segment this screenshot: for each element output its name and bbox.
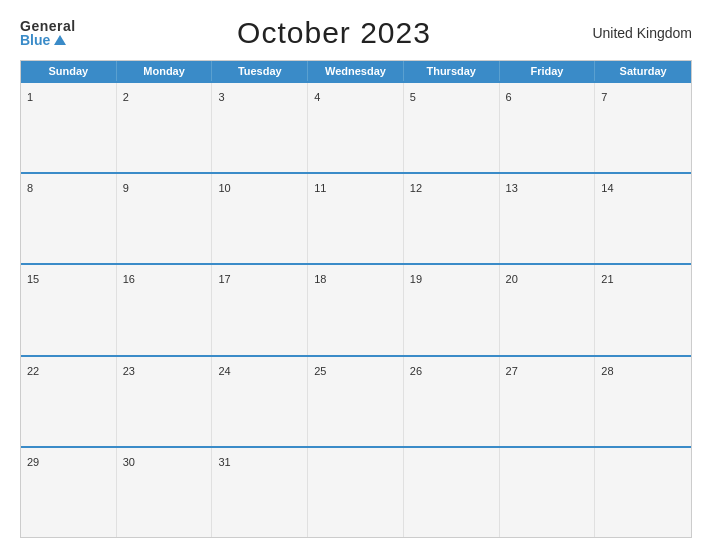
day-number: 1 xyxy=(27,91,33,103)
day-number: 10 xyxy=(218,182,230,194)
day-number: 29 xyxy=(27,456,39,468)
day-cell-3-1: 23 xyxy=(117,357,213,446)
day-cell-4-0: 29 xyxy=(21,448,117,537)
day-cell-4-4 xyxy=(404,448,500,537)
logo: General Blue xyxy=(20,19,76,47)
day-number: 6 xyxy=(506,91,512,103)
day-cell-3-6: 28 xyxy=(595,357,691,446)
day-cell-1-6: 14 xyxy=(595,174,691,263)
calendar-title: October 2023 xyxy=(237,16,431,50)
day-cell-3-2: 24 xyxy=(212,357,308,446)
day-number: 15 xyxy=(27,273,39,285)
day-cell-2-6: 21 xyxy=(595,265,691,354)
logo-triangle-icon xyxy=(54,35,66,45)
header: General Blue October 2023 United Kingdom xyxy=(20,16,692,50)
day-cell-2-4: 19 xyxy=(404,265,500,354)
day-number: 3 xyxy=(218,91,224,103)
day-number: 24 xyxy=(218,365,230,377)
day-cell-2-3: 18 xyxy=(308,265,404,354)
day-number: 7 xyxy=(601,91,607,103)
logo-general-text: General xyxy=(20,19,76,33)
day-cell-4-2: 31 xyxy=(212,448,308,537)
day-number: 22 xyxy=(27,365,39,377)
day-cell-1-1: 9 xyxy=(117,174,213,263)
day-number: 21 xyxy=(601,273,613,285)
day-number: 26 xyxy=(410,365,422,377)
day-cell-2-2: 17 xyxy=(212,265,308,354)
day-headers: Sunday Monday Tuesday Wednesday Thursday… xyxy=(21,61,691,81)
day-cell-2-1: 16 xyxy=(117,265,213,354)
day-number: 5 xyxy=(410,91,416,103)
day-number: 16 xyxy=(123,273,135,285)
day-cell-3-0: 22 xyxy=(21,357,117,446)
week-row-4: 22232425262728 xyxy=(21,355,691,446)
day-cell-0-1: 2 xyxy=(117,83,213,172)
day-cell-4-3 xyxy=(308,448,404,537)
day-number: 18 xyxy=(314,273,326,285)
day-number: 25 xyxy=(314,365,326,377)
weeks: 1234567891011121314151617181920212223242… xyxy=(21,81,691,537)
week-row-2: 891011121314 xyxy=(21,172,691,263)
day-cell-1-3: 11 xyxy=(308,174,404,263)
header-tuesday: Tuesday xyxy=(212,61,308,81)
day-number: 31 xyxy=(218,456,230,468)
day-number: 28 xyxy=(601,365,613,377)
header-wednesday: Wednesday xyxy=(308,61,404,81)
day-number: 2 xyxy=(123,91,129,103)
header-monday: Monday xyxy=(117,61,213,81)
day-cell-4-6 xyxy=(595,448,691,537)
day-number: 23 xyxy=(123,365,135,377)
day-cell-2-0: 15 xyxy=(21,265,117,354)
day-cell-0-2: 3 xyxy=(212,83,308,172)
header-sunday: Sunday xyxy=(21,61,117,81)
day-number: 9 xyxy=(123,182,129,194)
day-cell-3-3: 25 xyxy=(308,357,404,446)
day-cell-3-5: 27 xyxy=(500,357,596,446)
day-cell-1-4: 12 xyxy=(404,174,500,263)
page: General Blue October 2023 United Kingdom… xyxy=(0,0,712,550)
calendar: Sunday Monday Tuesday Wednesday Thursday… xyxy=(20,60,692,538)
day-cell-0-6: 7 xyxy=(595,83,691,172)
day-cell-0-5: 6 xyxy=(500,83,596,172)
day-number: 14 xyxy=(601,182,613,194)
day-number: 13 xyxy=(506,182,518,194)
header-thursday: Thursday xyxy=(404,61,500,81)
day-number: 4 xyxy=(314,91,320,103)
header-friday: Friday xyxy=(500,61,596,81)
day-number: 8 xyxy=(27,182,33,194)
day-number: 27 xyxy=(506,365,518,377)
day-number: 20 xyxy=(506,273,518,285)
day-number: 12 xyxy=(410,182,422,194)
day-cell-4-5 xyxy=(500,448,596,537)
day-cell-4-1: 30 xyxy=(117,448,213,537)
logo-blue-text: Blue xyxy=(20,33,76,47)
day-cell-1-0: 8 xyxy=(21,174,117,263)
week-row-3: 15161718192021 xyxy=(21,263,691,354)
day-number: 11 xyxy=(314,182,326,194)
day-cell-2-5: 20 xyxy=(500,265,596,354)
day-number: 17 xyxy=(218,273,230,285)
day-cell-0-0: 1 xyxy=(21,83,117,172)
day-number: 19 xyxy=(410,273,422,285)
region-label: United Kingdom xyxy=(592,25,692,41)
day-cell-1-2: 10 xyxy=(212,174,308,263)
day-cell-1-5: 13 xyxy=(500,174,596,263)
day-cell-0-3: 4 xyxy=(308,83,404,172)
header-saturday: Saturday xyxy=(595,61,691,81)
day-cell-0-4: 5 xyxy=(404,83,500,172)
week-row-1: 1234567 xyxy=(21,81,691,172)
day-cell-3-4: 26 xyxy=(404,357,500,446)
week-row-5: 293031 xyxy=(21,446,691,537)
day-number: 30 xyxy=(123,456,135,468)
